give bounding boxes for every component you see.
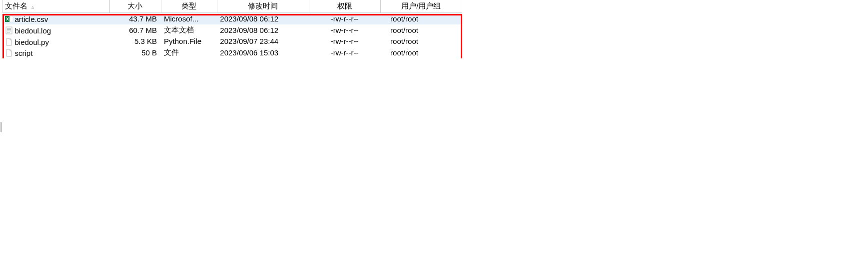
- file-list-panel: 文件名 ▵ 大小 类型 修改时间 权限 用户/用户组 article.csv43…: [2, 0, 462, 58]
- cell-size: 50 B: [110, 47, 161, 58]
- cell-type: Microsof...: [161, 13, 217, 24]
- svg-rect-2: [6, 27, 12, 34]
- table-row[interactable]: biedoul.log60.7 MB文本文档2023/09/08 06:12-r…: [3, 24, 462, 36]
- header-name-label: 文件名: [5, 1, 27, 10]
- cell-type: 文件: [161, 47, 217, 58]
- cell-permissions: -rw-r--r--: [309, 24, 380, 36]
- table-header-row: 文件名 ▵ 大小 类型 修改时间 权限 用户/用户组: [3, 0, 462, 13]
- header-size[interactable]: 大小: [110, 0, 161, 13]
- header-type-label: 类型: [181, 1, 196, 10]
- file-name-label: biedoul.py: [15, 37, 49, 46]
- cell-size: 60.7 MB: [110, 24, 161, 36]
- cell-type: 文本文档: [161, 24, 217, 36]
- file-name-label: article.csv: [15, 15, 48, 23]
- header-owner[interactable]: 用户/用户组: [380, 0, 462, 13]
- sort-asc-icon: ▵: [31, 4, 34, 9]
- header-name[interactable]: 文件名 ▵: [3, 0, 110, 13]
- cell-size: 43.7 MB: [110, 13, 161, 24]
- cell-size: 5.3 KB: [110, 36, 161, 47]
- text-icon: [5, 26, 13, 34]
- cell-modified: 2023/09/08 06:12: [217, 24, 309, 36]
- cell-modified: 2023/09/06 15:03: [217, 47, 309, 58]
- header-owner-label: 用户/用户组: [401, 1, 441, 10]
- file-icon: [5, 49, 13, 57]
- file-icon: [5, 38, 13, 46]
- header-permissions-label: 权限: [337, 1, 352, 10]
- cell-permissions: -rw-r--r--: [309, 36, 380, 47]
- cell-type: Python.File: [161, 36, 217, 47]
- table-row[interactable]: article.csv43.7 MBMicrosof...2023/09/08 …: [3, 13, 462, 24]
- cell-owner: root/root: [380, 36, 462, 47]
- cell-permissions: -rw-r--r--: [309, 13, 380, 24]
- cell-owner: root/root: [380, 13, 462, 24]
- cell-name[interactable]: biedoul.log: [3, 24, 110, 36]
- header-modified-label: 修改时间: [248, 1, 278, 10]
- cell-modified: 2023/09/08 06:12: [217, 13, 309, 24]
- cell-name[interactable]: biedoul.py: [3, 36, 110, 47]
- cell-permissions: -rw-r--r--: [309, 47, 380, 58]
- table-row[interactable]: script50 B文件2023/09/06 15:03-rw-r--r--ro…: [3, 47, 462, 58]
- header-size-label: 大小: [127, 1, 142, 10]
- file-name-label: script: [15, 49, 33, 57]
- excel-icon: [5, 15, 13, 23]
- cell-name[interactable]: script: [3, 47, 110, 58]
- table-row[interactable]: biedoul.py5.3 KBPython.File2023/09/07 23…: [3, 36, 462, 47]
- header-type[interactable]: 类型: [161, 0, 217, 13]
- cell-modified: 2023/09/07 23:44: [217, 36, 309, 47]
- cell-owner: root/root: [380, 47, 462, 58]
- header-permissions[interactable]: 权限: [309, 0, 380, 13]
- header-modified[interactable]: 修改时间: [217, 0, 309, 13]
- cell-name[interactable]: article.csv: [3, 13, 110, 24]
- file-name-label: biedoul.log: [15, 26, 51, 34]
- file-table: 文件名 ▵ 大小 类型 修改时间 权限 用户/用户组 article.csv43…: [2, 0, 462, 58]
- cell-owner: root/root: [380, 24, 462, 36]
